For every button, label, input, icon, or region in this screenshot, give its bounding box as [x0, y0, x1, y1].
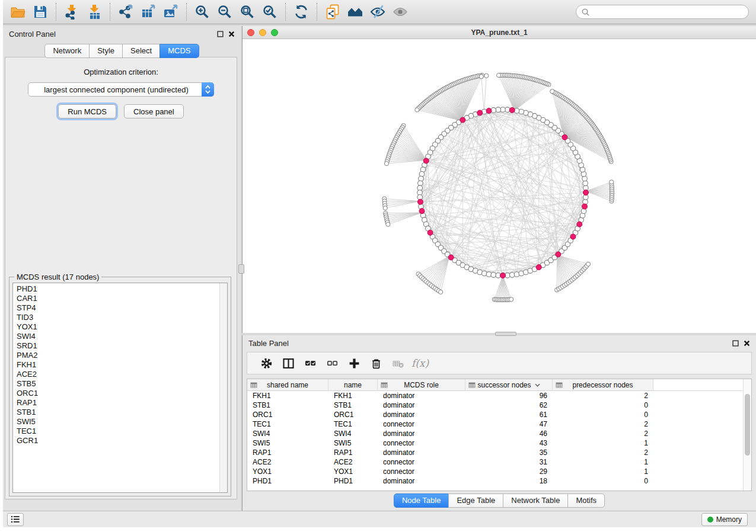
column-header-predecessor-nodes[interactable]: predecessor nodes — [553, 379, 653, 390]
tab-style[interactable]: Style — [89, 44, 123, 58]
tab-mcds[interactable]: MCDS — [160, 44, 199, 58]
table-cell: 2 — [553, 430, 653, 438]
mcds-result-item[interactable]: STB1 — [17, 408, 216, 417]
table-cell: 61 — [465, 411, 553, 419]
zoom-in-icon[interactable] — [191, 2, 213, 22]
table-row[interactable]: SWI4SWI4dominator462 — [247, 429, 751, 438]
mcds-result-item[interactable]: CAR1 — [17, 294, 216, 303]
mcds-result-item[interactable]: ACE2 — [17, 370, 216, 379]
table-row[interactable]: YOX1YOX1connector291 — [247, 467, 751, 476]
search-input[interactable] — [592, 7, 744, 17]
table-cell: connector — [378, 420, 465, 428]
delete-table-icon — [387, 354, 409, 372]
mcds-result-item[interactable]: PHD1 — [17, 284, 216, 294]
mcds-list-scrollbar[interactable] — [219, 283, 227, 492]
search-box[interactable] — [576, 5, 749, 19]
close-panel-icon[interactable] — [228, 30, 235, 37]
node-table: shared namenameMCDS rolesuccessor nodesp… — [247, 379, 752, 491]
mcds-result-item[interactable]: SWI5 — [17, 417, 216, 427]
mcds-result-item[interactable]: PMA2 — [17, 351, 216, 360]
export-network-icon[interactable] — [114, 2, 137, 22]
settings-gear-icon[interactable] — [256, 354, 277, 372]
export-image-icon[interactable] — [160, 2, 182, 22]
table-panel-tabs: Node TableEdge TableNetwork TableMotifs — [243, 493, 756, 508]
export-table-icon[interactable] — [137, 2, 160, 22]
table-row[interactable]: PHD1PHD1dominator180 — [247, 476, 751, 486]
split-panel-icon[interactable] — [277, 354, 299, 372]
first-neighbors-icon[interactable] — [344, 2, 366, 22]
column-header-name[interactable]: name — [328, 379, 378, 390]
vertical-splitter-handle[interactable] — [238, 264, 244, 274]
tab-motifs[interactable]: Motifs — [567, 493, 605, 508]
import-table-icon[interactable] — [83, 2, 106, 22]
column-header-mcds-role[interactable]: MCDS role — [378, 379, 465, 390]
mcds-result-item[interactable]: SRD1 — [17, 341, 216, 351]
table-row[interactable]: ORC1ORC1dominator610 — [247, 410, 751, 419]
zoom-fit-icon[interactable] — [236, 2, 259, 22]
run-mcds-button[interactable]: Run MCDS — [58, 104, 116, 118]
mcds-result-group: MCDS result (17 nodes) PHD1CAR1STP4TID3Y… — [9, 277, 231, 496]
delete-entry-icon[interactable] — [365, 354, 387, 372]
mcds-result-item[interactable]: STB5 — [17, 379, 216, 389]
table-cell: connector — [378, 458, 465, 466]
mcds-result-item[interactable]: RAP1 — [17, 398, 216, 408]
dominator-node — [509, 107, 515, 113]
table-row[interactable]: TEC1TEC1connector472 — [247, 419, 751, 429]
tab-select[interactable]: Select — [122, 44, 160, 58]
function-builder-icon: f(x) — [409, 354, 431, 372]
table-cell: 47 — [465, 420, 553, 428]
column-header-shared-name[interactable]: shared name — [247, 379, 328, 390]
mcds-result-item[interactable]: STP4 — [17, 303, 216, 313]
import-network-icon[interactable] — [60, 2, 83, 22]
table-cell: 1 — [553, 467, 653, 476]
clone-network-icon[interactable] — [321, 2, 344, 22]
close-panel-button[interactable]: Close panel — [124, 104, 184, 118]
mcds-result-item[interactable]: GCR1 — [17, 436, 216, 446]
network-canvas[interactable] — [243, 39, 756, 333]
open-file-icon[interactable] — [7, 2, 29, 22]
table-cell: 46 — [465, 430, 553, 438]
table-cell: dominator — [378, 392, 465, 400]
zoom-out-icon[interactable] — [213, 2, 236, 22]
mcds-result-list[interactable]: PHD1CAR1STP4TID3YOX1SWI4SRD1PMA2FKH1ACE2… — [12, 283, 228, 493]
add-entry-icon[interactable] — [343, 354, 365, 372]
table-cell: 2 — [553, 392, 653, 400]
close-panel-icon[interactable] — [743, 339, 750, 347]
memory-button[interactable]: Memory — [701, 513, 748, 526]
mcds-result-item[interactable]: ORC1 — [17, 389, 216, 398]
tab-node-table[interactable]: Node Table — [394, 493, 449, 508]
mcds-result-item[interactable]: YOX1 — [17, 322, 216, 332]
mcds-result-item[interactable]: FKH1 — [17, 360, 216, 370]
table-cell: 1 — [553, 458, 653, 466]
table-row[interactable]: RAP1RAP1dominator352 — [247, 448, 751, 457]
table-cell: connector — [378, 439, 465, 447]
tab-network[interactable]: Network — [44, 44, 90, 58]
select-all-icon[interactable] — [299, 354, 321, 372]
deselect-all-icon[interactable] — [321, 354, 343, 372]
task-history-button[interactable] — [7, 513, 24, 526]
optimization-criterion-select[interactable]: largest connected component (undirected) — [28, 82, 214, 97]
tab-network-table[interactable]: Network Table — [503, 493, 568, 508]
table-scrollbar-thumb[interactable] — [745, 394, 750, 456]
table-row[interactable]: SWI5SWI5connector431 — [247, 438, 751, 448]
mcds-result-item[interactable]: SWI4 — [17, 332, 216, 341]
refresh-view-icon[interactable] — [290, 2, 312, 22]
table-cell: dominator — [378, 448, 465, 457]
column-header-successor-nodes[interactable]: successor nodes — [465, 379, 553, 390]
mcds-result-item[interactable]: TID3 — [17, 313, 216, 322]
horizontal-splitter-handle[interactable] — [495, 332, 516, 336]
toolbar-separator — [317, 3, 317, 21]
hide-selected-icon[interactable] — [366, 2, 389, 22]
table-row[interactable]: ACE2ACE2connector311 — [247, 457, 751, 467]
mcds-result-item[interactable]: TEC1 — [17, 427, 216, 436]
tab-edge-table[interactable]: Edge Table — [448, 493, 503, 508]
table-cell: YOX1 — [247, 467, 328, 476]
network-window: YPA_prune.txt_1 — [242, 26, 756, 333]
float-panel-icon[interactable] — [216, 30, 224, 37]
table-scrollbar[interactable] — [743, 379, 751, 491]
save-session-icon[interactable] — [29, 2, 52, 22]
table-row[interactable]: FKH1FKH1dominator962 — [247, 391, 751, 400]
zoom-selected-icon[interactable] — [259, 2, 281, 22]
float-panel-icon[interactable] — [732, 339, 739, 347]
table-row[interactable]: STB1STB1dominator620 — [247, 400, 751, 410]
